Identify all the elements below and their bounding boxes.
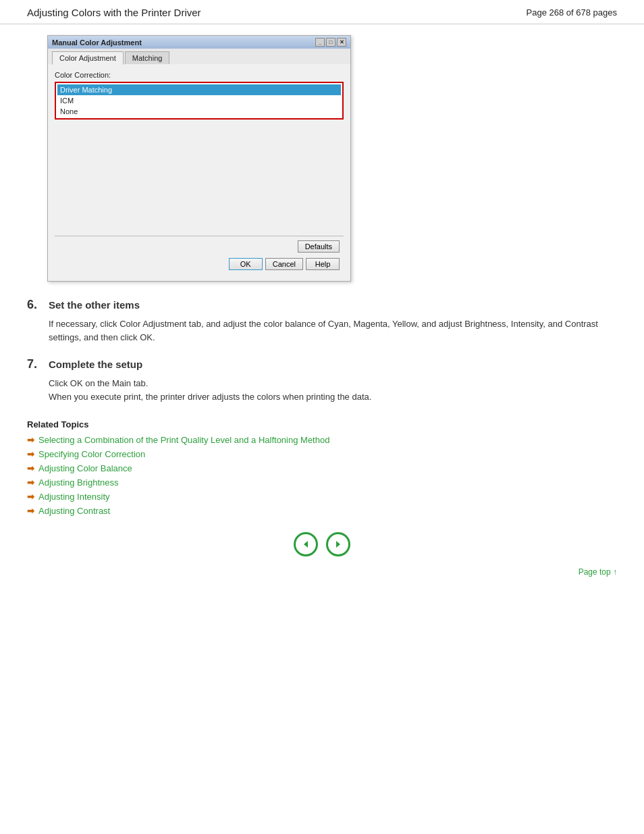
step-7: 7. Complete the setup Click OK on the Ma… bbox=[27, 357, 617, 403]
ok-button[interactable]: OK bbox=[229, 258, 263, 270]
restore-button[interactable]: □ bbox=[326, 38, 336, 47]
close-button[interactable]: ✕ bbox=[337, 38, 346, 47]
link-contrast[interactable]: Adjusting Contrast bbox=[38, 506, 110, 516]
step-7-body: Click OK on the Main tab. When you execu… bbox=[49, 377, 617, 403]
arrow-icon-2: ➡ bbox=[27, 449, 34, 459]
link-brightness[interactable]: Adjusting Brightness bbox=[38, 477, 119, 488]
list-item-icm[interactable]: ICM bbox=[57, 95, 341, 106]
color-correction-list: Driver Matching ICM None bbox=[55, 82, 344, 120]
related-link-3: ➡ Adjusting Color Balance bbox=[27, 463, 617, 473]
step-6-body: If necessary, click Color Adjustment tab… bbox=[49, 317, 617, 344]
arrow-icon-4: ➡ bbox=[27, 477, 34, 488]
step-7-line2: When you execute print, the printer driv… bbox=[49, 390, 617, 404]
nav-arrows bbox=[27, 532, 617, 556]
dialog-box: Manual Color Adjustment _ □ ✕ Color Adju… bbox=[47, 35, 351, 282]
dialog-footer-top: Defaults bbox=[55, 240, 344, 255]
defaults-button[interactable]: Defaults bbox=[298, 240, 340, 253]
svg-marker-0 bbox=[304, 541, 308, 548]
next-button[interactable] bbox=[326, 532, 350, 556]
dialog-screenshot: Manual Color Adjustment _ □ ✕ Color Adju… bbox=[47, 35, 617, 282]
list-item-driver-matching[interactable]: Driver Matching bbox=[57, 84, 341, 95]
step-6-title: Set the other items bbox=[49, 298, 140, 311]
related-link-5: ➡ Adjusting Intensity bbox=[27, 492, 617, 502]
dialog-titlebar-controls: _ □ ✕ bbox=[315, 38, 346, 47]
arrow-icon-1: ➡ bbox=[27, 435, 34, 445]
page-number: Page 268 of 678 pages bbox=[527, 7, 617, 18]
related-link-6: ➡ Adjusting Contrast bbox=[27, 506, 617, 516]
step-7-line1: Click OK on the Main tab. bbox=[49, 377, 617, 390]
page-title: Adjusting Colors with the Printer Driver bbox=[27, 7, 201, 18]
page-header: Adjusting Colors with the Printer Driver… bbox=[0, 0, 644, 24]
link-color-balance[interactable]: Adjusting Color Balance bbox=[38, 463, 132, 473]
related-link-2: ➡ Specifying Color Correction bbox=[27, 449, 617, 459]
dialog-body: Color Correction: Driver Matching ICM No… bbox=[48, 64, 350, 281]
link-intensity[interactable]: Adjusting Intensity bbox=[38, 492, 110, 502]
cancel-button[interactable]: Cancel bbox=[265, 258, 303, 270]
dialog-titlebar: Manual Color Adjustment _ □ ✕ bbox=[48, 36, 350, 49]
arrow-icon-5: ➡ bbox=[27, 492, 34, 502]
svg-marker-1 bbox=[336, 541, 340, 548]
arrow-icon-3: ➡ bbox=[27, 463, 34, 473]
color-correction-label: Color Correction: bbox=[55, 71, 344, 79]
minimize-button[interactable]: _ bbox=[315, 38, 325, 47]
related-topics: Related Topics ➡ Selecting a Combination… bbox=[27, 419, 617, 516]
dialog-spacer bbox=[55, 124, 344, 232]
dialog-tabs: Color Adjustment Matching bbox=[48, 49, 350, 64]
related-link-1: ➡ Selecting a Combination of the Print Q… bbox=[27, 435, 617, 445]
related-link-4: ➡ Adjusting Brightness bbox=[27, 477, 617, 488]
dialog-title: Manual Color Adjustment bbox=[52, 38, 142, 47]
step-7-heading: 7. Complete the setup bbox=[27, 357, 617, 371]
prev-button[interactable] bbox=[294, 532, 318, 556]
link-print-quality[interactable]: Selecting a Combination of the Print Qua… bbox=[38, 435, 329, 445]
dialog-separator bbox=[55, 236, 344, 236]
arrow-icon-6: ➡ bbox=[27, 506, 34, 516]
step-6-number: 6. bbox=[27, 298, 43, 312]
prev-icon bbox=[301, 540, 311, 549]
page-top: Page top ↑ bbox=[0, 567, 644, 577]
list-item-none[interactable]: None bbox=[57, 106, 341, 117]
step-6-heading: 6. Set the other items bbox=[27, 298, 617, 312]
step-6: 6. Set the other items If necessary, cli… bbox=[27, 298, 617, 344]
related-topics-title: Related Topics bbox=[27, 419, 617, 429]
link-specifying-color[interactable]: Specifying Color Correction bbox=[38, 449, 145, 459]
step-7-number: 7. bbox=[27, 357, 43, 371]
help-button[interactable]: Help bbox=[306, 258, 340, 270]
tab-color-adjustment[interactable]: Color Adjustment bbox=[52, 51, 124, 65]
next-icon bbox=[333, 540, 343, 549]
dialog-footer: OK Cancel Help bbox=[55, 255, 344, 274]
tab-matching[interactable]: Matching bbox=[125, 51, 170, 64]
step-7-title: Complete the setup bbox=[49, 357, 142, 370]
page-top-link[interactable]: Page top ↑ bbox=[579, 567, 617, 577]
